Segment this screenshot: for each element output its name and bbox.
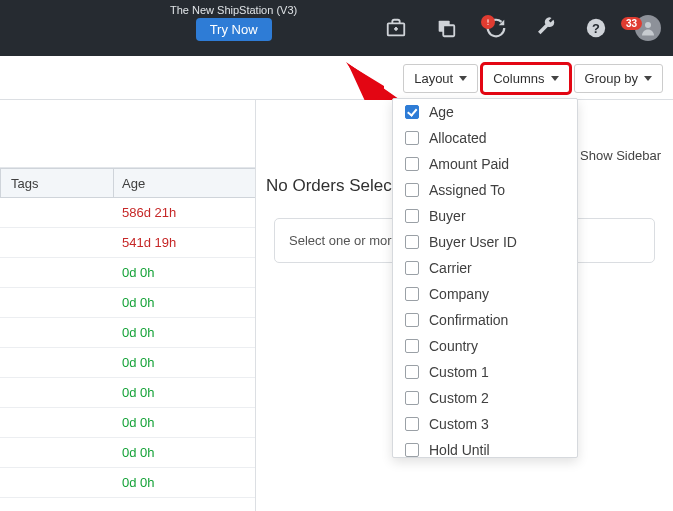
checkbox-icon[interactable] bbox=[405, 157, 419, 171]
layout-button[interactable]: Layout bbox=[403, 64, 478, 93]
columns-option[interactable]: Custom 2 bbox=[393, 385, 577, 411]
columns-option[interactable]: Hold Until bbox=[393, 437, 577, 458]
svg-point-5 bbox=[487, 24, 488, 25]
groupby-button[interactable]: Group by bbox=[574, 64, 663, 93]
columns-option-label: Hold Until bbox=[429, 442, 490, 458]
checkbox-icon[interactable] bbox=[405, 287, 419, 301]
copy-icon[interactable] bbox=[435, 17, 457, 39]
briefcase-icon[interactable] bbox=[385, 17, 407, 39]
topbar-icons: ? 33 bbox=[385, 0, 661, 56]
layout-label: Layout bbox=[414, 71, 453, 86]
table-row[interactable]: 0d 0h bbox=[0, 318, 255, 348]
columns-option-label: Custom 1 bbox=[429, 364, 489, 380]
columns-option-label: Age bbox=[429, 104, 454, 120]
columns-option-label: Assigned To bbox=[429, 182, 505, 198]
checkbox-icon[interactable] bbox=[405, 105, 419, 119]
checkbox-icon[interactable] bbox=[405, 313, 419, 327]
columns-dropdown[interactable]: AgeAllocatedAmount PaidAssigned ToBuyerB… bbox=[392, 98, 578, 458]
checkbox-icon[interactable] bbox=[405, 209, 419, 223]
columns-label: Columns bbox=[493, 71, 544, 86]
table-row[interactable]: 0d 0h bbox=[0, 288, 255, 318]
grid-body: 586d 21h541d 19h0d 0h0d 0h0d 0h0d 0h0d 0… bbox=[0, 198, 255, 498]
checkbox-icon[interactable] bbox=[405, 261, 419, 275]
help-icon[interactable]: ? bbox=[585, 17, 607, 39]
cell-age: 0d 0h bbox=[114, 325, 255, 340]
checkbox-icon[interactable] bbox=[405, 183, 419, 197]
user-avatar-icon[interactable]: 33 bbox=[635, 15, 661, 41]
svg-text:?: ? bbox=[592, 21, 600, 36]
alert-badge-icon bbox=[481, 15, 495, 29]
promo: The New ShipStation (V3) Try Now bbox=[170, 4, 297, 41]
toolbar-buttons: Layout Columns Group by bbox=[403, 64, 663, 93]
checkbox-icon[interactable] bbox=[405, 417, 419, 431]
columns-option-label: Buyer User ID bbox=[429, 234, 517, 250]
cell-age: 0d 0h bbox=[114, 445, 255, 460]
columns-option[interactable]: Age bbox=[393, 99, 577, 125]
cell-age: 541d 19h bbox=[114, 235, 255, 250]
columns-option[interactable]: Assigned To bbox=[393, 177, 577, 203]
caret-down-icon bbox=[551, 76, 559, 81]
table-row[interactable]: 0d 0h bbox=[0, 438, 255, 468]
caret-down-icon bbox=[459, 76, 467, 81]
columns-option[interactable]: Allocated bbox=[393, 125, 577, 151]
table-row[interactable]: 586d 21h bbox=[0, 198, 255, 228]
columns-option-label: Confirmation bbox=[429, 312, 508, 328]
cell-age: 0d 0h bbox=[114, 355, 255, 370]
table-row[interactable]: 0d 0h bbox=[0, 408, 255, 438]
columns-option-label: Country bbox=[429, 338, 478, 354]
orders-grid: Tags Age 586d 21h541d 19h0d 0h0d 0h0d 0h… bbox=[0, 100, 256, 511]
cell-age: 586d 21h bbox=[114, 205, 255, 220]
table-row[interactable]: 0d 0h bbox=[0, 468, 255, 498]
promo-text: The New ShipStation (V3) bbox=[170, 4, 297, 16]
table-row[interactable]: 0d 0h bbox=[0, 258, 255, 288]
columns-option[interactable]: Amount Paid bbox=[393, 151, 577, 177]
columns-option-label: Custom 3 bbox=[429, 416, 489, 432]
grid-spacer bbox=[0, 100, 255, 168]
table-row[interactable]: 0d 0h bbox=[0, 378, 255, 408]
checkbox-icon[interactable] bbox=[405, 443, 419, 457]
columns-option[interactable]: Confirmation bbox=[393, 307, 577, 333]
checkbox-icon[interactable] bbox=[405, 131, 419, 145]
caret-down-icon bbox=[644, 76, 652, 81]
columns-option-label: Company bbox=[429, 286, 489, 302]
cell-age: 0d 0h bbox=[114, 295, 255, 310]
columns-option[interactable]: Carrier bbox=[393, 255, 577, 281]
columns-option-label: Buyer bbox=[429, 208, 466, 224]
col-header-tags[interactable]: Tags bbox=[0, 169, 114, 197]
wrench-icon[interactable] bbox=[535, 17, 557, 39]
columns-option-label: Allocated bbox=[429, 130, 487, 146]
refresh-icon[interactable] bbox=[485, 17, 507, 39]
cell-age: 0d 0h bbox=[114, 415, 255, 430]
table-row[interactable]: 0d 0h bbox=[0, 348, 255, 378]
columns-option[interactable]: Buyer bbox=[393, 203, 577, 229]
columns-option-label: Amount Paid bbox=[429, 156, 509, 172]
svg-rect-4 bbox=[443, 25, 454, 36]
columns-option[interactable]: Buyer User ID bbox=[393, 229, 577, 255]
cell-age: 0d 0h bbox=[114, 265, 255, 280]
table-row[interactable]: 541d 19h bbox=[0, 228, 255, 258]
groupby-label: Group by bbox=[585, 71, 638, 86]
col-header-age[interactable]: Age bbox=[114, 176, 255, 191]
columns-option[interactable]: Custom 1 bbox=[393, 359, 577, 385]
grid-header: Tags Age bbox=[0, 168, 255, 198]
columns-option[interactable]: Custom 3 bbox=[393, 411, 577, 437]
topbar: The New ShipStation (V3) Try Now ? 33 bbox=[0, 0, 673, 56]
svg-point-8 bbox=[645, 22, 651, 28]
columns-option-label: Custom 2 bbox=[429, 390, 489, 406]
columns-option[interactable]: Company bbox=[393, 281, 577, 307]
toolbar: Layout Columns Group by bbox=[0, 56, 673, 100]
checkbox-icon[interactable] bbox=[405, 365, 419, 379]
checkbox-icon[interactable] bbox=[405, 339, 419, 353]
checkbox-icon[interactable] bbox=[405, 391, 419, 405]
columns-option[interactable]: Country bbox=[393, 333, 577, 359]
try-now-button[interactable]: Try Now bbox=[196, 18, 272, 41]
show-sidebar-link[interactable]: Show Sidebar bbox=[580, 148, 661, 163]
cell-age: 0d 0h bbox=[114, 475, 255, 490]
checkbox-icon[interactable] bbox=[405, 235, 419, 249]
notification-count: 33 bbox=[621, 17, 642, 30]
columns-option-label: Carrier bbox=[429, 260, 472, 276]
columns-button[interactable]: Columns bbox=[482, 64, 569, 93]
cell-age: 0d 0h bbox=[114, 385, 255, 400]
